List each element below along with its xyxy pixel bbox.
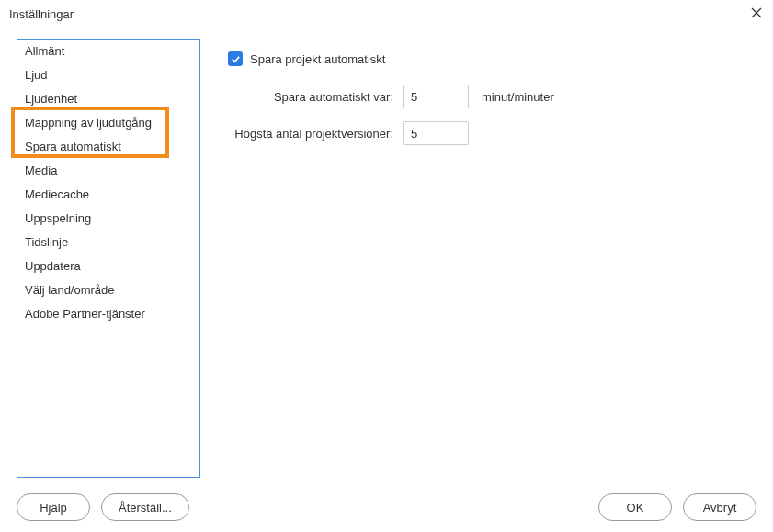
reset-button[interactable]: Återställ... [101,493,189,521]
versions-input[interactable] [403,121,469,145]
content-pane: Spara projekt automatiskt Spara automati… [200,39,756,482]
sidebar-item-audio-device[interactable]: Ljudenhet [17,87,199,111]
category-sidebar: Allmänt Ljud Ljudenhet Mappning av ljudu… [17,39,200,478]
versions-label: Högsta antal projektversioner: [228,127,403,141]
checkmark-icon [231,54,241,64]
footer-left: Hjälp Återställ... [17,493,189,521]
versions-row: Högsta antal projektversioner: [228,121,756,145]
sidebar-item-auto-save[interactable]: Spara automatiskt [17,135,199,159]
sidebar-item-timeline[interactable]: Tidslinje [17,231,199,255]
sidebar-item-media[interactable]: Media [17,159,199,183]
help-button[interactable]: Hjälp [17,493,90,521]
sidebar-item-partner-services[interactable]: Adobe Partner-tjänster [17,302,199,326]
auto-save-checkbox-label: Spara projekt automatiskt [250,52,385,66]
sidebar-item-region[interactable]: Välj land/område [17,278,199,302]
main-area: Allmänt Ljud Ljudenhet Mappning av ljudu… [0,28,773,482]
title-bar: Inställningar [0,0,773,28]
close-icon [750,6,763,19]
auto-save-checkbox-row: Spara projekt automatiskt [228,51,756,66]
interval-label: Spara automatiskt var: [228,90,403,104]
sidebar-item-audio[interactable]: Ljud [17,63,199,87]
dialog-title: Inställningar [9,7,74,21]
close-button[interactable] [749,6,764,20]
footer-right: OK Avbryt [598,493,756,521]
sidebar-item-update[interactable]: Uppdatera [17,255,199,278]
cancel-button[interactable]: Avbryt [683,493,756,521]
interval-row: Spara automatiskt var: minut/minuter [228,85,756,108]
dialog-footer: Hjälp Återställ... OK Avbryt [0,493,773,521]
sidebar-item-general[interactable]: Allmänt [17,40,199,63]
interval-input[interactable] [403,85,469,108]
sidebar-item-audio-output-mapping[interactable]: Mappning av ljudutgång [17,111,199,135]
sidebar-item-playback[interactable]: Uppspelning [17,207,199,231]
auto-save-checkbox[interactable] [228,51,243,66]
sidebar-item-media-cache[interactable]: Mediecache [17,183,199,207]
ok-button[interactable]: OK [598,493,672,521]
interval-suffix: minut/minuter [482,90,554,104]
